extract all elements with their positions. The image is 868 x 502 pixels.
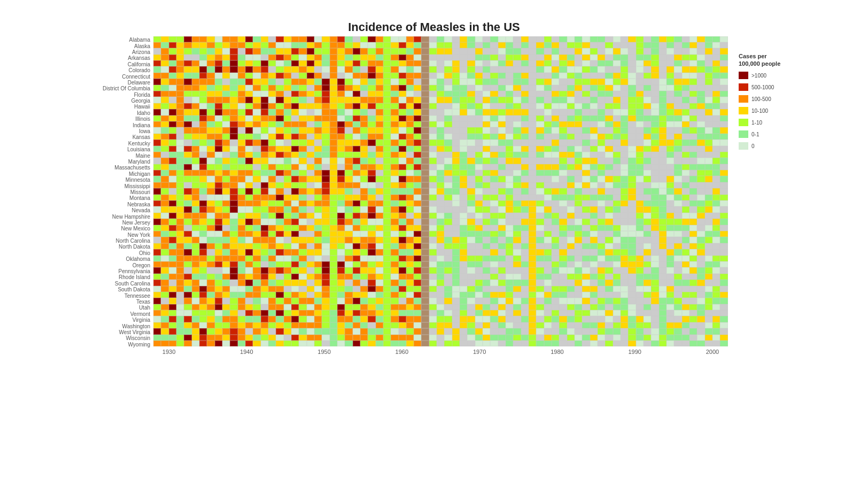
heatmap-cell (490, 243, 498, 249)
heatmap-cell (644, 249, 651, 255)
heatmap-cell (230, 164, 237, 170)
heatmap-cell (720, 97, 727, 103)
heatmap-cell (299, 109, 306, 115)
heatmap-cell (253, 60, 260, 66)
heatmap-cell (513, 158, 521, 164)
heatmap-cell (222, 115, 230, 121)
heatmap-cell (207, 335, 214, 341)
heatmap-cell (368, 304, 375, 310)
heatmap-cell (284, 164, 291, 170)
heatmap-cell (536, 73, 544, 79)
heatmap-cell (720, 158, 727, 164)
heatmap-cell (567, 231, 575, 237)
heatmap-cell (184, 164, 191, 170)
heatmap-cell (705, 206, 712, 212)
heatmap-cell (460, 152, 467, 158)
heatmap-cell (261, 292, 268, 298)
heatmap-cell (506, 341, 513, 346)
heatmap-cell (345, 42, 352, 48)
heatmap-cell (444, 304, 452, 310)
heatmap-cell (414, 243, 421, 249)
heatmap-cell (383, 292, 391, 298)
heatmap-cell (651, 304, 658, 310)
heatmap-cell (353, 158, 360, 164)
heatmap-cell (567, 237, 575, 243)
heatmap-cell (666, 206, 674, 212)
heatmap-cell (207, 48, 214, 54)
heatmap-cell (391, 121, 398, 127)
heatmap-cell (452, 109, 460, 115)
heatmap-cell (498, 225, 506, 231)
heatmap-cell (575, 188, 582, 194)
heatmap-cell (207, 200, 214, 206)
heatmap-cell (238, 55, 245, 60)
heatmap-cell (299, 176, 306, 182)
heatmap-cell (314, 182, 322, 188)
heatmap-cell (153, 158, 161, 164)
heatmap-cell (613, 249, 621, 255)
heatmap-cell (674, 134, 681, 140)
heatmap-cell (460, 304, 467, 310)
heatmap-cell (536, 243, 544, 249)
heatmap-cell (414, 237, 421, 243)
heatmap-cell (559, 158, 567, 164)
heatmap-cell (490, 134, 498, 140)
heatmap-cell (421, 328, 429, 334)
heatmap-cell (421, 79, 429, 84)
heatmap-cell (621, 48, 628, 54)
heatmap-cell (176, 79, 184, 84)
heatmap-cell (712, 322, 720, 328)
heatmap-cell (153, 219, 161, 225)
heatmap-cell (590, 243, 598, 249)
heatmap-cell (636, 188, 644, 194)
heatmap-cell (567, 267, 575, 273)
heatmap-cell (498, 243, 506, 249)
heatmap-row (153, 310, 728, 316)
heatmap-cell (421, 109, 429, 115)
heatmap-cell (552, 36, 559, 42)
heatmap-row (153, 152, 728, 158)
heatmap-cell (636, 231, 644, 237)
heatmap-cell (590, 48, 598, 54)
heatmap-cell (666, 182, 674, 188)
heatmap-cell (215, 170, 222, 176)
heatmap-cell (238, 341, 245, 346)
heatmap-cell (567, 200, 575, 206)
heatmap-cell (337, 274, 345, 280)
heatmap-cell (207, 280, 214, 285)
heatmap-cell (337, 42, 345, 48)
heatmap-cell (291, 219, 299, 225)
heatmap-cell (276, 274, 283, 280)
heatmap-cell (559, 73, 567, 79)
heatmap-cell (598, 261, 605, 267)
heatmap-cell (605, 243, 613, 249)
heatmap-cell (582, 97, 590, 103)
heatmap-cell (598, 267, 605, 273)
heatmap-cell (467, 249, 475, 255)
heatmap-cell (582, 206, 590, 212)
heatmap-cell (582, 322, 590, 328)
heatmap-cell (215, 335, 222, 341)
heatmap-cell (444, 164, 452, 170)
heatmap-cell (559, 231, 567, 237)
heatmap-cell (161, 103, 168, 109)
heatmap-cell (536, 42, 544, 48)
heatmap-cell (360, 170, 368, 176)
heatmap-cell (192, 310, 199, 316)
heatmap-cell (399, 316, 406, 322)
heatmap-cell (314, 79, 322, 84)
heatmap-cell (513, 256, 521, 261)
heatmap-cell (169, 115, 176, 121)
heatmap-cell (238, 91, 245, 97)
heatmap-cell (383, 115, 391, 121)
heatmap-cell (651, 152, 658, 158)
heatmap-cell (697, 109, 704, 115)
heatmap-cell (184, 60, 191, 66)
heatmap-cell (582, 292, 590, 298)
heatmap-cell (559, 140, 567, 145)
heatmap-cell (414, 341, 421, 346)
heatmap-cell (613, 85, 621, 91)
heatmap-cell (222, 42, 230, 48)
heatmap-cell (498, 158, 506, 164)
heatmap-cell (307, 103, 314, 109)
